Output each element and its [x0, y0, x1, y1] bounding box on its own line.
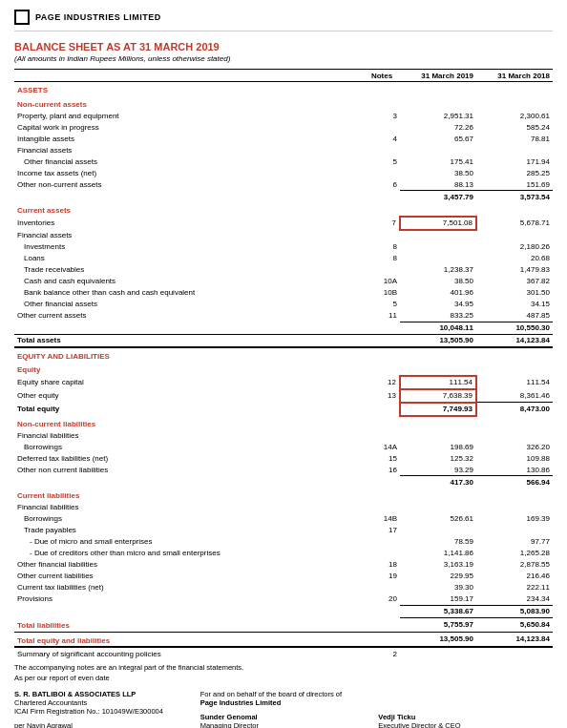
ceo-name: Vedji Ticku: [378, 713, 553, 721]
table-row: Property, plant and equipment 3 2,951.31…: [14, 110, 553, 121]
ceo-role: Executive Director & CEO: [378, 721, 553, 728]
table-row: Financial assets: [14, 230, 553, 241]
auditor-type: Chartered Accountants: [14, 698, 191, 707]
notes-text: The accompanying notes are an integral p…: [14, 663, 553, 672]
table-row: Other equity 13 7,638.39 8,361.46: [14, 389, 553, 403]
md-name: Sunder Genomal: [200, 713, 375, 721]
total-assets-row: Total assets 13,505.90 14,123.84: [14, 334, 553, 347]
auditor-per: per Navin Agrawal: [14, 721, 191, 728]
total-equity-liabilities-row: Total equity and liabilities 13,505.90 1…: [14, 632, 553, 647]
table-row: Other non current liabilities 16 93.29 1…: [14, 464, 553, 476]
auditor-firm: S. R. BATLIBOI & ASSOCIATES LLP: [14, 690, 191, 698]
table-row: - Due of creditors other than micro and …: [14, 548, 553, 559]
table-row: - Due of micro and small enterprises 78.…: [14, 536, 553, 548]
table-row: Deferred tax liabilities (net) 15 125.32…: [14, 452, 553, 464]
ceo-section: Vedji Ticku Executive Director & CEO DIN…: [378, 713, 553, 728]
table-row: Other non-current assets 6 88.13 151.69: [14, 178, 553, 191]
signature-section: S. R. BATLIBOI & ASSOCIATES LLP Chartere…: [14, 690, 553, 728]
table-row: Other current assets 11 833.25 487.85: [14, 310, 553, 322]
table-row: Investments 8 2,180.26: [14, 241, 553, 253]
table-row: Borrowings 14B 526.61 169.39: [14, 513, 553, 525]
table-row: Other financial assets 5 34.95 34.15: [14, 299, 553, 310]
table-row: Provisions 20 159.17 234.34: [14, 593, 553, 606]
table-row: Trade payables 17: [14, 525, 553, 536]
board-company: Page Industries Limited: [200, 698, 553, 707]
current-liabilities-header: Current liabilities: [14, 488, 553, 502]
table-row: Bank balance other than cash and cash eq…: [14, 287, 553, 299]
non-current-liabilities-header: Non-current liabilities: [14, 416, 553, 430]
total-liabilities-row: Total liabilities 5,755.97 5,650.84: [14, 617, 553, 632]
table-row: Current tax liabilities (net) 39.30 222.…: [14, 582, 553, 593]
table-row: Cash and cash equivalents 10A 38.50 367.…: [14, 276, 553, 287]
page-header: PAGE INDUSTRIES LIMITED: [14, 10, 553, 31]
table-row: Capital work in progress 72.26 585.24: [14, 121, 553, 133]
assets-section-header: ASSETS: [14, 82, 553, 96]
document-title: BALANCE SHEET AS AT 31 MARCH 2019: [14, 41, 553, 52]
board-section: For and on behalf of the board of direct…: [200, 690, 553, 728]
col-header-notes: Notes: [364, 70, 400, 82]
table-row: Other financial liabilities 18 3,163.19 …: [14, 559, 553, 571]
equity-header: Equity: [14, 362, 553, 376]
current-liabilities-total: 5,338.67 5,083.90: [14, 605, 553, 617]
auditor-icai: ICAI Firm Registration No.: 101049W/E300…: [14, 707, 191, 716]
as-per-text: As per our report of even date: [14, 674, 553, 682]
md-section: Sunder Genomal Managing Director DIN No.…: [200, 713, 375, 728]
equity-liabilities-header: EQUITY AND LIABILITIES: [14, 347, 553, 363]
col-header-2019: 31 March 2019: [400, 70, 476, 82]
company-name: PAGE INDUSTRIES LIMITED: [35, 12, 161, 22]
non-current-assets-subtotal: 3,457.79 3,573.54: [14, 191, 553, 203]
table-row: Loans 8 20.68: [14, 253, 553, 264]
current-assets-subtotal: 10,048.11 10,550.30: [14, 322, 553, 334]
board-label: For and on behalf of the board of direct…: [200, 690, 553, 698]
non-current-liabilities-total: 417.30 566.94: [14, 476, 553, 489]
current-assets-header: Current assets: [14, 202, 553, 217]
balance-sheet-table: Notes 31 March 2019 31 March 2018 ASSETS…: [14, 69, 553, 659]
table-row: Other financial assets 5 175.41 171.94: [14, 156, 553, 167]
summary-row: Summary of significant accounting polici…: [14, 647, 553, 659]
table-row: Intangible assets 4 65.67 78.81: [14, 133, 553, 144]
auditor-section: S. R. BATLIBOI & ASSOCIATES LLP Chartere…: [14, 690, 191, 728]
table-row: Equity share capital 12 111.54 111.54: [14, 376, 553, 389]
col-header-2018: 31 March 2018: [476, 70, 553, 82]
table-row: Financial assets: [14, 144, 553, 156]
document-subtitle: (All amounts in Indian Rupees Millions, …: [14, 54, 553, 63]
md-role: Managing Director: [200, 721, 375, 728]
col-header-description: [14, 70, 364, 82]
table-row: Other current liabilities 19 229.95 216.…: [14, 571, 553, 582]
table-row: Inventories 7 7,501.08 5,678.71: [14, 217, 553, 230]
table-row: Trade receivables 1,238.37 1,479.83: [14, 264, 553, 276]
company-logo: [14, 10, 30, 25]
table-row: Financial liabilities: [14, 502, 553, 513]
table-row: Financial liabilities: [14, 429, 553, 441]
table-row: Income tax assets (net) 38.50 285.25: [14, 167, 553, 178]
table-row: Borrowings 14A 198.69 326.20: [14, 441, 553, 452]
non-current-assets-header: Non-current assets: [14, 96, 553, 111]
total-equity-row: Total equity 7,749.93 8,473.00: [14, 403, 553, 416]
